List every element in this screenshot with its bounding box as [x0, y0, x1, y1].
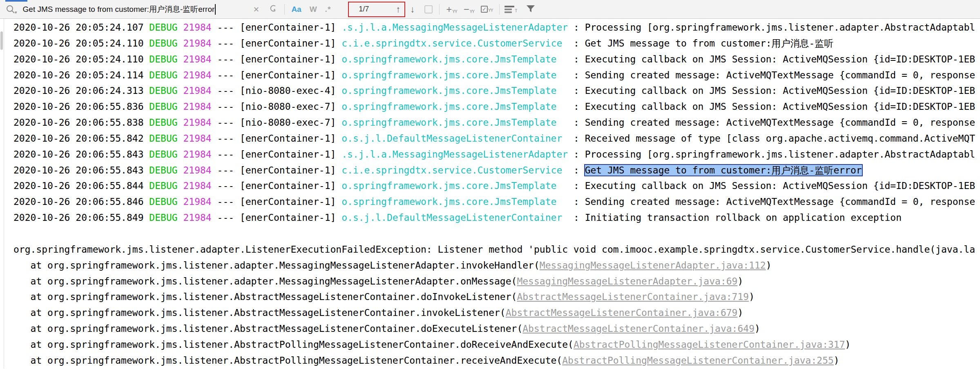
log-thread: --- [enerContainer-1]: [212, 212, 342, 223]
stack-frame-link[interactable]: MessagingMessageListenerAdapter.java:112: [540, 260, 766, 271]
stack-frame-link[interactable]: AbstractMessageListenerContainer.java:71…: [517, 291, 749, 302]
console-window: ▾ Get JMS message to from customer:用户消息-…: [0, 0, 980, 369]
log-timestamp: 2020-10-26 20:06:55.842: [13, 133, 149, 144]
stack-frame-text: at org.springframework.jms.listener.Abst…: [13, 323, 522, 334]
log-level: DEBUG: [149, 165, 177, 176]
log-thread: --- [enerContainer-1]: [212, 54, 342, 64]
find-toolbar: ▾ Get JMS message to from customer:用户消息-…: [0, 0, 980, 19]
log-message: Processing [org.springframework.jms.list…: [585, 22, 975, 33]
log-separator: :: [568, 85, 585, 96]
log-message: Initiating transaction rollback on appli…: [585, 212, 902, 223]
log-pid: 21984: [178, 22, 212, 33]
console-gutter-divider: [4, 19, 4, 369]
log-timestamp: 2020-10-26 20:06:55.836: [13, 101, 149, 112]
search-query-text: Get JMS message to from customer:用户消息-监听…: [23, 4, 215, 15]
log-message: Sending created message: ActiveMQTextMes…: [585, 196, 975, 207]
console-output[interactable]: 2020-10-26 20:05:24.107 DEBUG 21984 --- …: [0, 19, 980, 369]
match-case-toggle[interactable]: Aa: [291, 5, 301, 14]
log-logger: o.springframework.jms.core.JmsTemplate: [342, 54, 568, 64]
toolbar-divider: [439, 4, 440, 15]
stack-frame-link[interactable]: AbstractMessageListenerContainer.java:67…: [506, 307, 738, 318]
log-logger: c.i.e.springdtx.service.CustomerService: [342, 38, 568, 49]
regex-toggle[interactable]: .*: [325, 5, 331, 14]
log-separator: :: [568, 165, 585, 176]
log-separator: :: [568, 149, 585, 160]
log-pid: 21984: [178, 196, 212, 207]
log-logger: o.springframework.jms.core.JmsTemplate: [342, 196, 568, 207]
match-counter: 1/7: [359, 5, 369, 13]
log-timestamp: 2020-10-26 20:05:24.107: [13, 22, 149, 33]
console-area: 2020-10-26 20:05:24.107 DEBUG 21984 --- …: [0, 19, 980, 369]
log-logger: o.s.j.l.DefaultMessageListenerContainer: [342, 212, 568, 223]
log-message: Get JMS message to from customer:用户消息-监听: [585, 38, 834, 49]
log-thread: --- [enerContainer-1]: [212, 70, 342, 80]
stack-frame-link[interactable]: AbstractPollingMessageListenerContainer.…: [574, 339, 845, 350]
search-history-icon[interactable]: [268, 4, 278, 15]
log-level: DEBUG: [149, 70, 177, 80]
find-in-selection-icon[interactable]: [424, 5, 433, 13]
log-separator: :: [568, 54, 585, 64]
filter-funnel-icon[interactable]: [525, 3, 536, 16]
log-thread: --- [enerContainer-1]: [212, 180, 342, 191]
log-separator: :: [568, 212, 585, 223]
scrollbar-thumb[interactable]: [0, 31, 3, 50]
log-pid: 21984: [178, 180, 212, 191]
log-pid: 21984: [178, 38, 212, 49]
next-match-icon[interactable]: ↓: [410, 5, 415, 14]
stack-frame-text: at org.springframework.jms.listener.adap…: [13, 276, 517, 287]
stack-frame-link[interactable]: AbstractPollingMessageListenerContainer.…: [562, 355, 834, 366]
log-timestamp: 2020-10-26 20:06:55.844: [13, 180, 149, 191]
whole-words-toggle[interactable]: W: [310, 5, 317, 14]
log-logger: .s.j.l.a.MessagingMessageListenerAdapter: [342, 149, 568, 160]
remove-highlight-icon[interactable]: −YY: [464, 5, 474, 14]
log-level: DEBUG: [149, 22, 177, 33]
add-highlight-icon[interactable]: +YY: [446, 5, 457, 14]
previous-match-icon[interactable]: ↑: [396, 5, 400, 14]
toggle-highlight-icon[interactable]: ✓YY: [481, 6, 493, 13]
log-thread: --- [enerContainer-1]: [212, 196, 342, 207]
exception-message: org.springframework.jms.listener.adapter…: [13, 244, 975, 255]
stack-frame-text: at org.springframework.jms.listener.adap…: [13, 260, 540, 271]
log-separator: :: [568, 196, 585, 207]
log-separator: :: [568, 117, 585, 128]
log-timestamp: 2020-10-26 20:06:24.313: [13, 85, 149, 96]
stack-frame-text: at org.springframework.jms.listener.Abst…: [13, 355, 562, 366]
stack-frame-text: ): [766, 260, 772, 271]
stack-frame-link[interactable]: MessagingMessageListenerAdapter.java:69: [517, 276, 737, 287]
log-timestamp: 2020-10-26 20:05:24.110: [13, 38, 149, 49]
log-pid: 21984: [178, 70, 212, 80]
search-input[interactable]: Get JMS message to from customer:用户消息-监听…: [23, 4, 216, 15]
log-level: DEBUG: [149, 212, 177, 223]
clear-search-icon[interactable]: ×: [253, 4, 259, 14]
log-timestamp: 2020-10-26 20:06:55.843: [13, 149, 149, 160]
log-logger: o.springframework.jms.core.JmsTemplate: [342, 70, 568, 80]
stack-frame-link[interactable]: AbstractMessageListenerContainer.java:64…: [522, 323, 755, 334]
log-pid: 21984: [178, 212, 212, 223]
log-thread: --- [nio-8080-exec-7]: [212, 101, 342, 112]
stack-frame-text: ): [737, 276, 743, 287]
log-pid: 21984: [178, 165, 212, 176]
search-icon[interactable]: ▾: [6, 4, 17, 14]
log-level: DEBUG: [149, 133, 177, 144]
log-message: Executing callback on JMS Session: Activ…: [585, 101, 975, 112]
log-thread: --- [enerContainer-1]: [212, 22, 342, 33]
log-timestamp: 2020-10-26 20:06:55.846: [13, 196, 149, 207]
stack-frame-text: ): [737, 307, 743, 318]
log-logger: o.springframework.jms.core.JmsTemplate: [342, 117, 568, 128]
filter-lines-icon[interactable]: T: [505, 6, 517, 13]
log-logger: o.springframework.jms.core.JmsTemplate: [342, 180, 568, 191]
log-thread: --- [enerContainer-1]: [212, 165, 342, 176]
toolbar-divider: [499, 4, 500, 15]
log-separator: :: [568, 101, 585, 112]
log-separator: :: [568, 180, 585, 191]
log-logger: o.s.j.l.DefaultMessageListenerContainer: [342, 133, 568, 144]
current-search-match: Get JMS message to from customer:用户消息-监听…: [585, 165, 862, 176]
log-level: DEBUG: [149, 117, 177, 128]
log-separator: :: [568, 70, 585, 80]
log-level: DEBUG: [149, 149, 177, 160]
log-pid: 21984: [178, 54, 212, 64]
log-message: Sending created message: ActiveMQTextMes…: [585, 117, 975, 128]
log-pid: 21984: [178, 101, 212, 112]
log-level: DEBUG: [149, 196, 177, 207]
log-separator: :: [568, 22, 585, 33]
